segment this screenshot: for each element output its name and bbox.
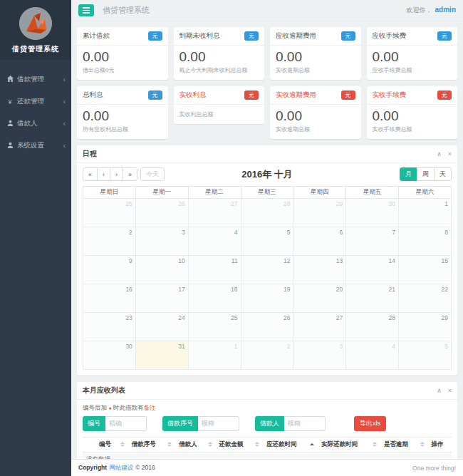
stat-value: 0.00 <box>276 50 355 65</box>
sidebar-item-system-settings[interactable]: 系统设置 ‹ <box>0 135 71 157</box>
filter-borrower-input[interactable] <box>284 416 326 431</box>
calendar-day[interactable]: 17 <box>135 284 188 312</box>
origami-fox-logo-icon <box>19 7 52 40</box>
unit-badge: 元 <box>341 31 355 41</box>
calendar-today-button[interactable]: 今天 <box>140 167 165 181</box>
collapse-icon[interactable]: ∧ <box>437 150 442 157</box>
stat-title: 应收逾期费用 <box>276 31 316 41</box>
calendar-day[interactable]: 13 <box>293 255 346 284</box>
column-header-repay-amount[interactable]: 还款金额 <box>216 437 264 452</box>
calendar-day[interactable]: 27 <box>293 312 346 341</box>
filter-loan-number-label: 借款序号 <box>162 416 198 431</box>
calendar-day[interactable]: 5 <box>399 341 452 369</box>
calendar-day[interactable]: 20 <box>293 284 346 312</box>
calendar-toolbar: « ‹ › » 今天 2016年 十月 月 周 天 <box>83 167 452 182</box>
calendar-day[interactable]: 28 <box>241 198 293 227</box>
stat-value: 0.00 <box>180 50 259 65</box>
unit-badge: 元 <box>244 31 259 41</box>
collapse-icon[interactable]: ∧ <box>437 387 442 394</box>
site-link[interactable]: 网站建设 <box>109 464 133 471</box>
calendar-day[interactable]: 5 <box>241 227 293 255</box>
unit-badge: 元 <box>148 31 162 41</box>
calendar-day[interactable]: 3 <box>293 341 346 369</box>
calendar-day[interactable]: 25 <box>188 312 241 341</box>
sidebar-toggle-button[interactable] <box>78 4 94 16</box>
calendar-day[interactable]: 24 <box>135 312 188 341</box>
chevron-left-icon: ‹ <box>63 142 66 150</box>
column-header-actual-repay-date[interactable]: 实际还款时间 <box>318 437 380 452</box>
calendar-first-button[interactable]: « <box>83 167 98 181</box>
calendar-day[interactable]: 14 <box>346 255 399 284</box>
calendar-day[interactable]: 4 <box>188 227 241 255</box>
calendar-next-button[interactable]: › <box>110 167 123 181</box>
calendar-panel: 日程 ∧ × « ‹ › » 今天 2 <box>77 145 457 376</box>
sort-icon <box>420 442 425 447</box>
sidebar-item-label: 系统设置 <box>17 141 63 150</box>
calendar-day[interactable]: 30 <box>83 341 136 369</box>
calendar-day[interactable]: 18 <box>188 284 241 312</box>
filter-loan-number-input[interactable] <box>198 416 239 431</box>
calendar-prev-button[interactable]: ‹ <box>97 167 110 181</box>
calendar-day[interactable]: 27 <box>188 198 241 227</box>
filter-id-input[interactable] <box>105 416 147 431</box>
calendar-day[interactable]: 1 <box>399 198 452 227</box>
calendar-day[interactable]: 4 <box>346 341 399 369</box>
column-header-loan-number[interactable]: 借款序号 <box>128 437 176 452</box>
calendar-view-week-button[interactable]: 周 <box>417 167 435 181</box>
stat-title: 应收手续费 <box>373 31 407 41</box>
calendar-day[interactable]: 11 <box>188 255 241 284</box>
calendar-grid: 星期日 星期一 星期二 星期三 星期四 星期五 星期六 25 <box>83 186 452 370</box>
calendar-day[interactable]: 29 <box>399 312 452 341</box>
unit-badge: 元 <box>437 31 452 41</box>
calendar-day[interactable]: 1 <box>188 341 241 369</box>
calendar-last-button[interactable]: » <box>123 167 137 181</box>
calendar-day[interactable]: 21 <box>346 284 399 312</box>
calendar-day[interactable]: 26 <box>241 312 293 341</box>
yen-icon: ¥ <box>6 98 14 105</box>
calendar-day[interactable]: 19 <box>241 284 293 312</box>
username-link[interactable]: admin <box>435 6 456 14</box>
calendar-day[interactable]: 23 <box>83 312 136 341</box>
stat-desc: 实收手续费总额 <box>373 125 452 133</box>
content: 累计借款元 0.00借出总额0元 到期未收利息元 0.00截止今天到期未收利息总… <box>71 21 463 459</box>
column-header-overdue[interactable]: 是否逾期 <box>380 437 428 452</box>
calendar-day[interactable]: 2 <box>241 341 293 369</box>
column-header-actions: 操作 <box>428 437 452 452</box>
sidebar-item-repayment-management[interactable]: ¥ 还款管理 ‹ <box>0 90 71 113</box>
sidebar-item-borrowers[interactable]: 借款人 ‹ <box>0 113 71 135</box>
stat-card-total-interest: 总利息元 0.00所有应收利息总额 <box>77 86 168 139</box>
export-xls-button[interactable]: 导出xls <box>354 416 386 431</box>
calendar-day[interactable]: 6 <box>293 227 346 255</box>
column-header-borrower[interactable]: 借款人 <box>175 437 215 452</box>
day-header: 星期日 <box>83 186 136 198</box>
sidebar-item-loan-management[interactable]: 借款管理 ‹ <box>0 68 71 90</box>
calendar-day[interactable]: 8 <box>399 227 452 255</box>
calendar-day[interactable]: 10 <box>135 255 188 284</box>
calendar-day[interactable]: 25 <box>83 198 136 227</box>
column-header-id[interactable]: 编号 <box>95 437 128 452</box>
sort-icon <box>167 442 172 447</box>
calendar-day-today[interactable]: 31 <box>135 341 188 369</box>
close-icon[interactable]: × <box>448 387 452 394</box>
calendar-day[interactable]: 30 <box>346 198 399 227</box>
calendar-day[interactable]: 12 <box>241 255 293 284</box>
calendar-day[interactable]: 3 <box>135 227 188 255</box>
calendar-day[interactable]: 22 <box>399 284 452 312</box>
footer: Copyright网站建设© 2016 One more thing! <box>71 459 463 476</box>
calendar-view-day-button[interactable]: 天 <box>434 167 452 181</box>
calendar-day[interactable]: 28 <box>346 312 399 341</box>
calendar-day[interactable]: 15 <box>399 255 452 284</box>
calendar-day[interactable]: 7 <box>346 227 399 255</box>
panel-tools: ∧ × <box>432 386 452 394</box>
unit-badge: 元 <box>244 90 259 100</box>
close-icon[interactable]: × <box>448 150 452 157</box>
calendar-day[interactable]: 16 <box>83 284 136 312</box>
calendar-view-month-button[interactable]: 月 <box>400 167 417 181</box>
calendar-day[interactable]: 29 <box>293 198 346 227</box>
calendar-day[interactable]: 2 <box>83 227 136 255</box>
stat-card-received-overdue-fees: 实收逾期费用元 0.00实收逾期总额 <box>270 86 361 139</box>
column-header-due-date[interactable]: 应还款时间 <box>263 437 318 452</box>
calendar-day[interactable]: 26 <box>135 198 188 227</box>
stat-title: 实收逾期费用 <box>276 90 316 100</box>
calendar-day[interactable]: 9 <box>83 255 136 284</box>
